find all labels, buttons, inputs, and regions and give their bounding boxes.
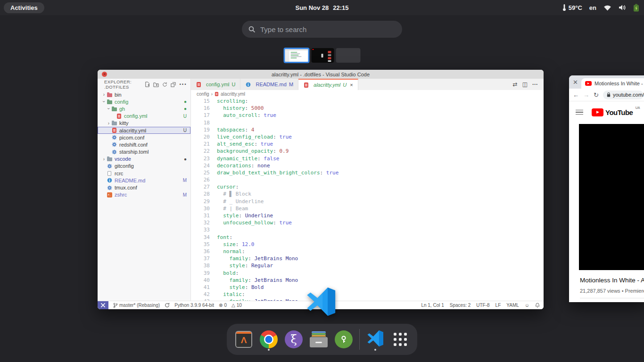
tree-item-gitconfig[interactable]: gitconfig [98, 163, 190, 170]
breadcrumb-folder[interactable]: config [197, 91, 209, 97]
status-item[interactable]: ☺ [525, 303, 529, 308]
breadcrumb-file[interactable]: alacritty.yml [221, 91, 245, 97]
keepassxc-icon [335, 330, 353, 348]
status-item-ln-1-col-1[interactable]: Ln 1, Col 1 [421, 303, 444, 308]
tree-item-rcrc[interactable]: rcrc [98, 170, 190, 177]
workspace-switcher [284, 48, 361, 63]
status-item-python-3-9-9-64-bit[interactable]: Python 3.9.9 64-bit [174, 303, 214, 308]
vscode-app-icon[interactable] [306, 287, 336, 317]
chevron-right-icon[interactable]: › [106, 121, 111, 126]
status-item-0[interactable]: ⊗0 [219, 303, 227, 308]
tree-item-zshrc[interactable]: >_ zshrc M [98, 191, 190, 198]
tab-config-yml[interactable]: config.yml U [191, 79, 240, 90]
youtube-logo[interactable]: YouTube UA [592, 108, 633, 116]
tree-item-readme-md[interactable]: README.md M [98, 177, 190, 184]
status-item-lf[interactable]: LF [495, 303, 501, 308]
volume-icon[interactable] [619, 4, 626, 11]
clock[interactable]: Sun Nov 28 22:15 [295, 4, 348, 11]
dock-item-emacs[interactable]: ξ [284, 328, 303, 351]
youtube-play-icon [592, 108, 603, 116]
tree-item-bin[interactable]: › bin [98, 91, 190, 98]
gear-icon [107, 164, 112, 169]
workspace-thumbnail-empty[interactable] [336, 48, 361, 63]
chrome-close-button[interactable]: ✕ [573, 79, 578, 86]
tree-item-gh[interactable]: › gh ● [98, 105, 190, 112]
code-line: 39 bold: [191, 270, 544, 277]
dock-item-keepassxc[interactable] [334, 328, 353, 351]
temperature-value: 59°C [569, 4, 582, 11]
back-icon[interactable]: ← [573, 91, 579, 99]
code-editor[interactable]: 15 scrolling: 16 history: 5000 17 auto_s… [191, 98, 544, 301]
status-item-spaces-2[interactable]: Spaces: 2 [450, 303, 471, 308]
status-item[interactable] [535, 303, 540, 308]
tree-item-vscode[interactable]: › vscode ● [98, 156, 190, 163]
tree-item-picom-conf[interactable]: picom.conf [98, 134, 190, 141]
close-tab-icon[interactable]: × [350, 82, 353, 88]
status-item-yaml[interactable]: YAML [506, 303, 519, 308]
chevron-down-icon[interactable]: › [106, 106, 111, 111]
dock-item-chrome[interactable] [259, 328, 278, 351]
dock-item-files[interactable] [309, 328, 328, 351]
collapse-folders-icon[interactable] [171, 82, 176, 87]
status-item-master-rebasing-[interactable]: master* (Rebasing) [113, 303, 160, 308]
search-input[interactable]: Type to search [242, 21, 402, 38]
tree-item-config[interactable]: › config ● [98, 98, 190, 105]
code-line: 25 draw_bold_text_with_bright_colors: tr… [191, 169, 544, 176]
line-number: 22 [191, 148, 210, 155]
keyboard-layout[interactable]: en [589, 4, 596, 11]
wifi-icon[interactable] [603, 5, 611, 11]
dock-item-vscode[interactable] [366, 328, 385, 351]
split-editor-icon[interactable]: ◫ [522, 81, 528, 88]
workspace-thumbnail-active[interactable] [284, 48, 310, 63]
url-text: youtube.com/wa [613, 92, 644, 98]
address-bar[interactable]: youtube.com/wa [603, 90, 644, 99]
video-player[interactable] [579, 124, 644, 270]
tree-item-tmux-conf[interactable]: tmux.conf [98, 184, 190, 191]
tab-readme-md[interactable]: README.md M [240, 79, 298, 90]
git-badge: U [343, 82, 347, 88]
new-file-icon[interactable] [145, 82, 150, 87]
status-item[interactable] [165, 303, 170, 308]
tree-item-config-yml[interactable]: config.yml U [98, 113, 190, 120]
code-line: 42 italic: [191, 291, 544, 298]
activities-button[interactable]: Activities [4, 2, 44, 13]
tree-item-kitty[interactable]: › kitty [98, 120, 190, 127]
file-tree: › bin › config ● › gh ● config.yml U › k… [98, 91, 190, 198]
open-changes-icon[interactable]: ⇄ [513, 81, 518, 88]
more-editor-actions-icon[interactable]: ··· [532, 81, 538, 88]
chevron-right-icon[interactable]: › [101, 92, 107, 97]
reload-icon[interactable]: ↻ [594, 91, 599, 99]
menu-icon[interactable] [576, 108, 583, 116]
forward-icon[interactable]: → [583, 91, 589, 99]
window-close-button[interactable]: ✕ [102, 72, 107, 77]
remote-indicator[interactable] [98, 301, 108, 309]
chevron-right-icon[interactable]: › [101, 156, 107, 162]
editor-area: config.yml U README.md M alacritty.yml U… [191, 79, 544, 301]
workspace-thumbnail-youtube[interactable] [312, 48, 334, 63]
breadcrumb[interactable]: config › alacritty.yml [191, 90, 544, 98]
explorer-header-title: EXPLORER: .DOTFILES [104, 79, 145, 90]
more-actions-icon[interactable]: ··· [179, 80, 187, 89]
dock-item-alacritty[interactable]: Λ [234, 328, 253, 351]
system-tray[interactable]: 59°C en [562, 4, 639, 12]
status-item-utf-8[interactable]: UTF-8 [476, 303, 489, 308]
git-badge: ● [184, 156, 187, 162]
status-item-10[interactable]: △10 [231, 303, 242, 308]
new-folder-icon[interactable] [153, 82, 159, 87]
chrome-tab[interactable]: Motionless In White - A [581, 78, 644, 89]
code-line: 41 style: Bold [191, 284, 544, 291]
chevron-down-icon[interactable]: › [101, 99, 107, 104]
tree-item-redshift-conf[interactable]: redshift.conf [98, 141, 190, 148]
refresh-icon[interactable] [162, 82, 167, 87]
tree-item-starship-toml[interactable]: starship.toml [98, 148, 190, 156]
feedback-icon: ☺ [525, 303, 529, 308]
vscode-titlebar[interactable]: ✕ alacritty.yml - .dotfiles - Visual Stu… [98, 70, 544, 79]
battery-charging-icon[interactable] [633, 4, 639, 12]
code-line: 15 scrolling: [191, 98, 544, 105]
tab-alacritty-yml[interactable]: alacritty.yml U × [298, 79, 358, 90]
tree-item-alacritty-yml[interactable]: alacritty.yml U [98, 127, 190, 134]
yaml-icon [112, 128, 116, 133]
dock-item-app-grid[interactable] [391, 328, 410, 351]
chrome-toolbar: ← → ↻ youtube.com/wa [569, 89, 644, 101]
temperature-indicator: 59°C [562, 4, 582, 11]
